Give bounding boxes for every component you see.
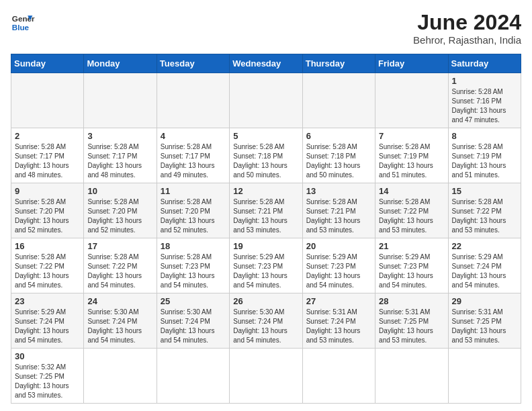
day-info: Sunrise: 5:30 AM Sunset: 7:24 PM Dayligh…: [233, 308, 298, 345]
day-info: Sunrise: 5:28 AM Sunset: 7:22 PM Dayligh…: [87, 253, 152, 290]
weekday-header-thursday: Thursday: [302, 54, 375, 73]
calendar-cell: 27Sunrise: 5:31 AM Sunset: 7:24 PM Dayli…: [302, 293, 375, 349]
calendar-cell: 14Sunrise: 5:28 AM Sunset: 7:22 PM Dayli…: [375, 183, 448, 238]
day-number: 27: [306, 296, 371, 306]
day-info: Sunrise: 5:31 AM Sunset: 7:24 PM Dayligh…: [306, 308, 371, 345]
day-info: Sunrise: 5:28 AM Sunset: 7:22 PM Dayligh…: [379, 197, 444, 235]
day-number: 16: [15, 241, 80, 251]
day-number: 29: [452, 296, 517, 306]
day-number: 18: [161, 241, 226, 251]
title-block: June 2024 Behror, Rajasthan, India: [413, 11, 521, 46]
calendar-cell: 30Sunrise: 5:32 AM Sunset: 7:25 PM Dayli…: [11, 349, 84, 404]
calendar-cell: 8Sunrise: 5:28 AM Sunset: 7:19 PM Daylig…: [448, 128, 521, 183]
day-info: Sunrise: 5:28 AM Sunset: 7:17 PM Dayligh…: [87, 142, 152, 180]
day-number: 20: [306, 241, 371, 251]
day-number: 12: [233, 186, 298, 196]
day-number: 8: [452, 131, 517, 141]
day-number: 25: [161, 296, 226, 306]
day-info: Sunrise: 5:28 AM Sunset: 7:20 PM Dayligh…: [15, 197, 80, 235]
day-info: Sunrise: 5:28 AM Sunset: 7:18 PM Dayligh…: [233, 142, 298, 180]
day-info: Sunrise: 5:28 AM Sunset: 7:19 PM Dayligh…: [379, 142, 444, 180]
day-info: Sunrise: 5:28 AM Sunset: 7:21 PM Dayligh…: [233, 197, 298, 235]
calendar-cell: [230, 349, 302, 404]
day-info: Sunrise: 5:28 AM Sunset: 7:20 PM Dayligh…: [87, 197, 152, 235]
day-number: 22: [452, 241, 517, 251]
day-number: 6: [306, 131, 371, 141]
calendar-cell: 22Sunrise: 5:29 AM Sunset: 7:24 PM Dayli…: [448, 238, 521, 293]
day-info: Sunrise: 5:28 AM Sunset: 7:16 PM Dayligh…: [452, 87, 517, 125]
calendar-table: SundayMondayTuesdayWednesdayThursdayFrid…: [11, 54, 521, 404]
weekday-header-wednesday: Wednesday: [230, 54, 302, 73]
day-number: 11: [161, 186, 226, 196]
calendar-cell: [302, 73, 375, 128]
weekday-header-monday: Monday: [84, 54, 157, 73]
month-title: June 2024: [413, 11, 521, 34]
calendar-cell: 13Sunrise: 5:28 AM Sunset: 7:21 PM Dayli…: [302, 183, 375, 238]
day-info: Sunrise: 5:30 AM Sunset: 7:24 PM Dayligh…: [87, 308, 152, 345]
calendar-cell: 23Sunrise: 5:29 AM Sunset: 7:24 PM Dayli…: [11, 293, 84, 349]
day-number: 9: [15, 186, 80, 196]
calendar-cell: [11, 73, 84, 128]
day-info: Sunrise: 5:28 AM Sunset: 7:18 PM Dayligh…: [306, 142, 371, 180]
calendar-cell: 5Sunrise: 5:28 AM Sunset: 7:18 PM Daylig…: [230, 128, 302, 183]
weekday-header-saturday: Saturday: [448, 54, 521, 73]
calendar-cell: [157, 73, 229, 128]
day-number: 5: [233, 131, 298, 141]
calendar-cell: 20Sunrise: 5:29 AM Sunset: 7:23 PM Dayli…: [302, 238, 375, 293]
day-number: 13: [306, 186, 371, 196]
calendar-cell: 19Sunrise: 5:29 AM Sunset: 7:23 PM Dayli…: [230, 238, 302, 293]
day-info: Sunrise: 5:29 AM Sunset: 7:24 PM Dayligh…: [452, 253, 517, 290]
calendar-cell: [230, 73, 302, 128]
day-number: 26: [233, 296, 298, 306]
svg-text:General: General: [12, 14, 35, 23]
weekday-header-sunday: Sunday: [11, 54, 84, 73]
calendar-cell: 18Sunrise: 5:28 AM Sunset: 7:23 PM Dayli…: [157, 238, 229, 293]
logo-icon: General Blue: [11, 11, 35, 35]
calendar-cell: 4Sunrise: 5:28 AM Sunset: 7:17 PM Daylig…: [157, 128, 229, 183]
day-info: Sunrise: 5:28 AM Sunset: 7:20 PM Dayligh…: [161, 197, 226, 235]
day-number: 24: [87, 296, 152, 306]
page-header: General Blue June 2024 Behror, Rajasthan…: [11, 11, 521, 46]
day-number: 7: [379, 131, 444, 141]
day-number: 28: [379, 296, 444, 306]
day-info: Sunrise: 5:28 AM Sunset: 7:23 PM Dayligh…: [161, 253, 226, 290]
day-number: 14: [379, 186, 444, 196]
calendar-cell: 15Sunrise: 5:28 AM Sunset: 7:22 PM Dayli…: [448, 183, 521, 238]
calendar-cell: 24Sunrise: 5:30 AM Sunset: 7:24 PM Dayli…: [84, 293, 157, 349]
day-info: Sunrise: 5:28 AM Sunset: 7:21 PM Dayligh…: [306, 197, 371, 235]
calendar-cell: [84, 73, 157, 128]
calendar-cell: 10Sunrise: 5:28 AM Sunset: 7:20 PM Dayli…: [84, 183, 157, 238]
day-info: Sunrise: 5:29 AM Sunset: 7:23 PM Dayligh…: [379, 253, 444, 290]
day-number: 1: [452, 76, 517, 86]
calendar-cell: 28Sunrise: 5:31 AM Sunset: 7:25 PM Dayli…: [375, 293, 448, 349]
calendar-cell: [375, 349, 448, 404]
day-number: 30: [15, 351, 80, 361]
calendar-cell: 21Sunrise: 5:29 AM Sunset: 7:23 PM Dayli…: [375, 238, 448, 293]
day-info: Sunrise: 5:29 AM Sunset: 7:24 PM Dayligh…: [15, 308, 80, 345]
day-info: Sunrise: 5:31 AM Sunset: 7:25 PM Dayligh…: [452, 308, 517, 345]
calendar-cell: 16Sunrise: 5:28 AM Sunset: 7:22 PM Dayli…: [11, 238, 84, 293]
svg-text:Blue: Blue: [12, 23, 30, 32]
calendar-cell: [448, 349, 521, 404]
calendar-cell: 7Sunrise: 5:28 AM Sunset: 7:19 PM Daylig…: [375, 128, 448, 183]
calendar-cell: 25Sunrise: 5:30 AM Sunset: 7:24 PM Dayli…: [157, 293, 229, 349]
day-info: Sunrise: 5:28 AM Sunset: 7:19 PM Dayligh…: [452, 142, 517, 180]
calendar-cell: 26Sunrise: 5:30 AM Sunset: 7:24 PM Dayli…: [230, 293, 302, 349]
calendar-cell: [84, 349, 157, 404]
day-number: 19: [233, 241, 298, 251]
day-info: Sunrise: 5:28 AM Sunset: 7:17 PM Dayligh…: [15, 142, 80, 180]
weekday-header-friday: Friday: [375, 54, 448, 73]
calendar-cell: [302, 349, 375, 404]
day-info: Sunrise: 5:31 AM Sunset: 7:25 PM Dayligh…: [379, 308, 444, 345]
calendar-cell: 9Sunrise: 5:28 AM Sunset: 7:20 PM Daylig…: [11, 183, 84, 238]
day-number: 23: [15, 296, 80, 306]
day-number: 15: [452, 186, 517, 196]
day-number: 3: [87, 131, 152, 141]
calendar-cell: [157, 349, 229, 404]
calendar-cell: 17Sunrise: 5:28 AM Sunset: 7:22 PM Dayli…: [84, 238, 157, 293]
logo: General Blue: [11, 11, 35, 35]
day-number: 21: [379, 241, 444, 251]
day-info: Sunrise: 5:28 AM Sunset: 7:17 PM Dayligh…: [161, 142, 226, 180]
day-number: 17: [87, 241, 152, 251]
day-info: Sunrise: 5:30 AM Sunset: 7:24 PM Dayligh…: [161, 308, 226, 345]
